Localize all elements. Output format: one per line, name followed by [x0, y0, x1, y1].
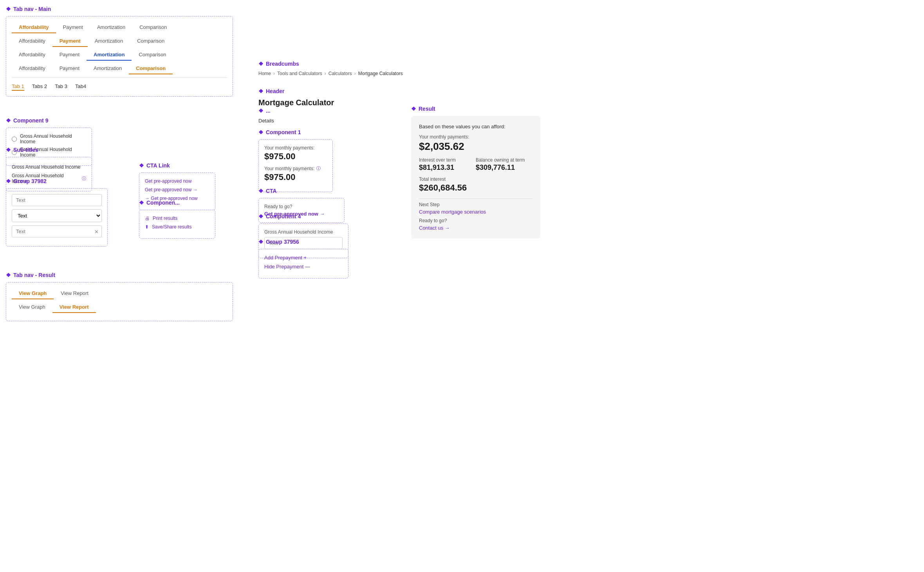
cta-link-item-2[interactable]: Get pre-approved now →	[145, 187, 209, 192]
tab-amortization-1[interactable]: Amortization	[90, 22, 132, 33]
tab-affordability-1[interactable]: Affordability	[12, 22, 56, 33]
bc-home[interactable]: Home	[258, 71, 271, 76]
details-label: Details	[258, 118, 274, 124]
monthly-value-1: $975.00	[264, 151, 327, 162]
subtitles-diamond-icon: ❖	[6, 147, 11, 153]
result-balance-label: Balance owning at term	[476, 157, 532, 163]
tab-nav-result-title: Tab nav - Result	[13, 272, 55, 278]
tab-payment-4[interactable]: Payment	[52, 63, 87, 74]
radio-option-1[interactable]: Gross Annual Household Income	[12, 133, 86, 144]
tab-amortization-3[interactable]: Amortization	[87, 49, 132, 61]
radio-label-1: Gross Annual Household Income	[20, 133, 86, 144]
cta-link-item-1[interactable]: Get pre-approved now	[145, 178, 209, 184]
comp4-diamond-icon: ❖	[258, 213, 263, 219]
monthly-label-1: Your monthly payments:	[264, 145, 327, 151]
tab-labels: Tab 1 Tabs 2 Tab 3 Tab4	[12, 81, 227, 91]
comp1-diamond-icon: ❖	[258, 129, 263, 135]
result-section: ❖ Result Based on these values you can a…	[411, 106, 540, 239]
next-step-label: Next Step	[419, 202, 532, 207]
result-title: Result	[419, 106, 435, 112]
tab-comparison-3[interactable]: Comparison	[132, 49, 173, 61]
header-title: Header	[266, 88, 284, 94]
result-tab-view-report-1[interactable]: View Report	[54, 288, 96, 299]
tab-label-4[interactable]: Tab4	[75, 83, 86, 91]
radio-income-1[interactable]	[12, 137, 17, 142]
group37982-diamond-icon: ❖	[6, 178, 11, 184]
clear-icon[interactable]: ✕	[94, 228, 99, 234]
bc-mortgage: Mortgage Calculators	[358, 71, 403, 76]
result-intro: Based on these values you can afford:	[419, 124, 532, 130]
result-total-label: Total interest	[419, 176, 532, 182]
details-diamond-icon: ❖	[258, 108, 263, 114]
group37982-section: ❖ Group 37982 Text ✕	[6, 178, 108, 246]
add-prepayment-btn[interactable]: Add Prepayment +	[264, 255, 343, 261]
result-tab-view-graph-2[interactable]: View Graph	[12, 302, 52, 313]
tab-row-2: Affordability Payment Amortization Compa…	[12, 36, 227, 47]
result-tab-view-graph-1[interactable]: View Graph	[12, 288, 54, 299]
tab-nav-main: ❖ Tab nav - Main Affordability Payment A…	[6, 6, 233, 97]
print-results-btn[interactable]: 🖨 Print results	[145, 216, 209, 221]
comp4-title: Component 4	[266, 213, 301, 219]
cta-ready-label: Ready to go?	[264, 204, 339, 209]
share-icon: ⬆	[145, 224, 149, 230]
subtitles-title: Sub-titles	[13, 147, 38, 153]
comp9-title: Component 9	[13, 117, 48, 124]
monthly-info-icon[interactable]: ⓘ	[316, 165, 321, 171]
result-tab-row-1: View Graph View Report	[12, 288, 227, 299]
tab-label-3[interactable]: Tab 3	[55, 83, 67, 91]
hide-prepayment-btn[interactable]: Hide Prepayment —	[264, 264, 343, 270]
monthly-label-2: Your monthly payments: ⓘ	[264, 165, 327, 171]
bc-calculators[interactable]: Calculators	[328, 71, 352, 76]
details-section: ❖ ... Details	[258, 108, 274, 124]
group37982-clearable-wrapper: ✕	[12, 225, 102, 237]
result-tab-view-report-2[interactable]: View Report	[52, 302, 96, 313]
subtitle-item-1: Gross Annual Household Income	[12, 163, 86, 171]
breadcrumbs-section: ❖ Breadcumbs Home › Tools and Calculator…	[258, 61, 403, 76]
group37982-input-1[interactable]	[12, 194, 102, 206]
result-interest-row: Interest over term $81,913.31 Balance ow…	[419, 157, 532, 172]
print-label: Print results	[153, 216, 177, 221]
bc-tools[interactable]: Tools and Calculators	[277, 71, 322, 76]
tab-amortization-2[interactable]: Amortization	[88, 36, 130, 47]
result-diamond-icon: ❖	[411, 106, 416, 112]
compare-mortgage-link[interactable]: Compare mortgage scenarios	[419, 209, 532, 215]
tab-affordability-3[interactable]: Affordability	[12, 49, 52, 61]
details-title: ...	[266, 108, 271, 114]
breadcrumb-title: Breadcumbs	[266, 61, 299, 67]
contact-us-link[interactable]: Contact us →	[419, 225, 532, 231]
tab-amortization-4[interactable]: Amortization	[87, 63, 129, 74]
cta-link-diamond-icon: ❖	[139, 162, 144, 169]
save-share-btn[interactable]: ⬆ Save/Share results	[145, 224, 209, 230]
tab-comparison-1[interactable]: Comparison	[132, 22, 174, 33]
result-balance-value: $309,776.11	[476, 164, 532, 172]
tab-nav-result-diamond-icon: ❖	[6, 272, 11, 278]
print-icon: 🖨	[145, 216, 150, 221]
header-section: ❖ Header Mortgage Calculator	[258, 88, 334, 107]
result-total-value: $260,684.56	[419, 183, 532, 193]
tab-affordability-2[interactable]: Affordability	[12, 36, 52, 47]
comp4-gross-label: Gross Annual Household Income	[264, 229, 343, 235]
tab-payment-1[interactable]: Payment	[56, 22, 90, 33]
tab-label-2[interactable]: Tabs 2	[32, 83, 47, 91]
group37956-title: Group 37956	[266, 239, 299, 245]
comp9-diamond-icon: ❖	[6, 117, 11, 124]
result-monthly-label: Your monthly payments:	[419, 134, 532, 140]
tab-affordability-4[interactable]: Affordability	[12, 63, 52, 74]
group37956-diamond-icon: ❖	[258, 239, 263, 245]
result-tab-row-2: View Graph View Report	[12, 302, 227, 313]
tab-label-1[interactable]: Tab 1	[12, 83, 24, 91]
tab-row-4: Affordability Payment Amortization Compa…	[12, 63, 227, 74]
tab-comparison-4[interactable]: Comparison	[129, 63, 173, 74]
group37982-select[interactable]: Text	[12, 209, 102, 222]
component-print-section: ❖ Componen... 🖨 Print results ⬆ Save/Sha…	[139, 200, 215, 239]
breadcrumb: Home › Tools and Calculators › Calculato…	[258, 71, 403, 76]
header-diamond-icon: ❖	[258, 88, 263, 94]
tab-payment-2[interactable]: Payment	[52, 36, 88, 47]
tab-nav-result: ❖ Tab nav - Result View Graph View Repor…	[6, 272, 233, 321]
group37982-title: Group 37982	[13, 178, 47, 184]
group37982-input-3[interactable]	[12, 225, 102, 237]
diamond-icon: ❖	[6, 6, 11, 12]
tab-comparison-2[interactable]: Comparison	[130, 36, 171, 47]
monthly-value-2: $975.00	[264, 172, 327, 182]
tab-payment-3[interactable]: Payment	[52, 49, 87, 61]
